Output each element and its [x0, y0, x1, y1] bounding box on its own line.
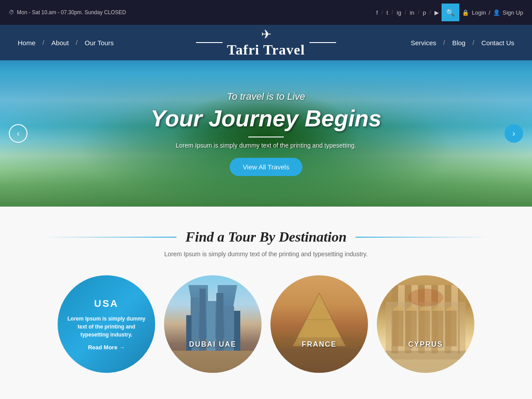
twitter-icon[interactable]: t [387, 9, 388, 16]
destinations-grid: USA Lorem Ipsum is simply dummy text of … [27, 275, 505, 373]
hero-divider [248, 137, 284, 137]
logo: ✈ Tafri Travel [196, 27, 336, 58]
cyprus-label: CYPRUS [377, 340, 474, 348]
signup-link[interactable]: Sign Up [503, 9, 523, 16]
youtube-icon[interactable]: ▶ [434, 9, 439, 16]
hero-content: To travel is to Live Your Journey Begins… [150, 91, 381, 176]
lock-icon: 🔒 [462, 9, 469, 16]
nav-our-tours[interactable]: Our Tours [85, 39, 114, 47]
nav-left: Home / About / Our Tours [18, 39, 114, 47]
clock-icon: ⏱ [9, 9, 14, 16]
logo-plane-icon: ✈ [227, 27, 305, 42]
svg-point-21 [408, 289, 443, 306]
hero-next-button[interactable]: › [505, 124, 523, 143]
destination-cyprus[interactable]: CYPRUS [377, 275, 474, 373]
hero-title: Your Journey Begins [150, 106, 381, 131]
destinations-section: Find a Tour By Destination Lorem Ipsum i… [0, 207, 532, 399]
section-line-right [356, 237, 489, 238]
nav-services[interactable]: Services [411, 39, 436, 47]
hero-description: Lorem Ipsum is simply dummy text of the … [150, 142, 381, 149]
auth-links: 🔒 Login / 👤 Sign Up [462, 9, 523, 16]
section-description: Lorem Ipsum is simply dummy text of the … [27, 250, 505, 258]
svg-rect-7 [164, 351, 262, 373]
usa-name: USA [94, 298, 118, 309]
destination-dubai[interactable]: DUBAI UAE [164, 275, 262, 373]
chevron-left-icon: ‹ [17, 129, 20, 138]
destination-france[interactable]: FRANCE [270, 275, 368, 373]
view-all-travels-button[interactable]: View All Travels [230, 158, 303, 176]
hours-text: Mon - Sat 10.am - 07.30pm. Sunday CLOSED [17, 9, 126, 16]
instagram-icon[interactable]: ig [397, 9, 401, 16]
dubai-bg: DUBAI UAE [164, 275, 262, 373]
nav-right: Services / Blog / Contact Us [411, 39, 514, 47]
nav-about[interactable]: About [51, 39, 69, 47]
dubai-skyline-icon [164, 275, 262, 373]
linkedin-icon[interactable]: in [410, 9, 414, 16]
svg-rect-22 [377, 351, 474, 373]
facebook-icon[interactable]: f [376, 9, 378, 16]
destination-usa[interactable]: USA Lorem Ipsum is simply dummy text of … [58, 275, 155, 373]
section-header: Find a Tour By Destination Lorem Ipsum i… [27, 229, 505, 258]
chevron-right-icon: › [512, 129, 515, 138]
france-bg: FRANCE [270, 275, 368, 373]
france-label: FRANCE [270, 340, 368, 348]
pinterest-icon[interactable]: p [423, 9, 426, 16]
search-button[interactable]: 🔍 [442, 4, 459, 21]
section-line-left [43, 237, 176, 238]
hero-prev-button[interactable]: ‹ [9, 124, 27, 143]
hero-section: ‹ To travel is to Live Your Journey Begi… [0, 60, 532, 207]
section-title: Find a Tour By Destination [185, 229, 346, 245]
svg-rect-12 [270, 346, 368, 373]
hero-subtitle: To travel is to Live [150, 91, 381, 102]
nav-home[interactable]: Home [18, 39, 35, 47]
social-links: f / t / ig / in / p / ▶ [376, 9, 439, 16]
top-bar-hours: ⏱ Mon - Sat 10.am - 07.30pm. Sunday CLOS… [9, 9, 126, 16]
navbar: Home / About / Our Tours ✈ Tafri Travel … [0, 25, 532, 60]
france-pyramid-icon [270, 275, 368, 373]
nav-contact-us[interactable]: Contact Us [481, 39, 514, 47]
cyprus-bg: CYPRUS [377, 275, 474, 373]
usa-read-more[interactable]: Read More → [88, 344, 125, 351]
cyprus-arches-icon [377, 275, 474, 373]
dubai-label: DUBAI UAE [164, 340, 262, 348]
nav-blog[interactable]: Blog [452, 39, 466, 47]
top-bar: ⏱ Mon - Sat 10.am - 07.30pm. Sunday CLOS… [0, 0, 532, 25]
logo-title: Tafri Travel [227, 42, 305, 58]
logo-line-right [309, 42, 336, 43]
logo-line-left [196, 42, 223, 43]
section-title-row: Find a Tour By Destination [27, 229, 505, 245]
login-link[interactable]: Login [472, 9, 486, 16]
user-icon: 👤 [493, 9, 500, 16]
usa-description: Lorem Ipsum is simply dummy text of the … [66, 315, 146, 339]
